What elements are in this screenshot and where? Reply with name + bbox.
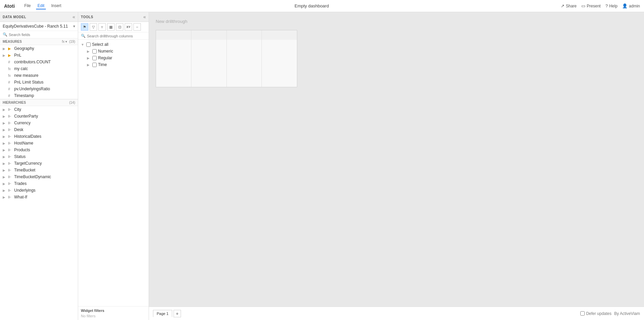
menu-insert[interactable]: Insert <box>50 3 63 9</box>
drillthrough-search-input[interactable] <box>87 34 146 38</box>
share-button[interactable]: ↗ Share <box>561 3 577 8</box>
grid-data-cell <box>227 77 262 87</box>
grid-data-cell <box>156 77 191 87</box>
tool-filter2-btn[interactable]: ▽ <box>90 23 97 31</box>
hierarchy-icon: ⊩ <box>8 141 13 146</box>
expand-icon: ▶ <box>3 108 7 111</box>
hierarchy-item-targetcurrency[interactable]: ▶ ⊩ TargetCurrency <box>0 160 78 167</box>
measure-item-mycalc[interactable]: fx my calc <box>0 65 78 72</box>
tool-xy-btn[interactable]: XY <box>125 23 132 31</box>
search-fields-input[interactable] <box>9 33 75 37</box>
main-content: DATA MODEL « EquityDerivativesCube - Ran… <box>0 12 644 320</box>
menu-edit[interactable]: Edit <box>36 3 46 9</box>
tool-scatter-btn[interactable]: ⊡ <box>116 23 123 31</box>
hierarchy-icon: ⊩ <box>8 182 13 186</box>
select-all-checkbox[interactable] <box>86 42 91 47</box>
tool-remove-btn[interactable]: − <box>133 23 141 31</box>
measure-item-pnl[interactable]: ▶ ▶ PnL <box>0 52 78 59</box>
menu-file[interactable]: File <box>23 3 32 9</box>
page-tab-1[interactable]: Page 1 <box>153 310 172 317</box>
measures-header: MEASURES fx ▾ (19) <box>0 38 78 45</box>
drillthrough-regular-item[interactable]: ▶ Regular <box>78 55 149 61</box>
tools-search-box: 🔍 <box>78 32 149 40</box>
measure-label: PnL Limit Status <box>14 80 43 85</box>
hierarchy-item-counterparty[interactable]: ▶ ⊩ CounterParty <box>0 113 78 120</box>
measure-item-contributors[interactable]: # contributors.COUNT <box>0 59 78 65</box>
measures-list: ▶ ▶ Geography ▶ ▶ PnL # contributors.COU… <box>0 45 78 320</box>
hierarchy-item-historicaldates[interactable]: ▶ ⊩ HistoricalDates <box>0 133 78 140</box>
hierarchy-icon: ⊩ <box>8 195 13 199</box>
fx-icon: fx <box>8 74 13 77</box>
hierarchy-icon: ⊩ <box>8 148 13 152</box>
tool-filter3-btn[interactable]: ▿ <box>98 23 106 31</box>
numeric-checkbox[interactable] <box>92 49 97 54</box>
hierarchy-item-hostname[interactable]: ▶ ⊩ HostName <box>0 140 78 147</box>
hierarchy-item-trades[interactable]: ▶ ⊩ Trades <box>0 180 78 187</box>
grid-data-cell <box>191 77 227 87</box>
data-model-collapse-btn[interactable]: « <box>72 14 75 20</box>
drillthrough-numeric-item[interactable]: ▶ Numeric <box>78 48 149 55</box>
measures-controls: fx ▾ (19) <box>62 40 75 43</box>
measure-label: contributors.COUNT <box>14 60 51 64</box>
measure-label: new measure <box>14 73 38 78</box>
measure-item-geography[interactable]: ▶ ▶ Geography <box>0 45 78 52</box>
topbar: Atoti File Edit Insert Empty dashboard ↗… <box>0 0 644 12</box>
tools-collapse-btn[interactable]: « <box>143 14 146 20</box>
defer-updates-checkbox[interactable] <box>580 311 585 316</box>
expand-icon: ▶ <box>3 135 7 138</box>
fx-badge: fx ▾ <box>62 40 67 43</box>
grid-data-cell <box>227 68 262 77</box>
time-checkbox[interactable] <box>92 63 97 67</box>
left-sidebar: DATA MODEL « EquityDerivativesCube - Ran… <box>0 12 78 320</box>
grid-data-cell <box>191 68 227 77</box>
present-button[interactable]: ▭ Present <box>581 3 601 8</box>
expand-icon: ▶ <box>3 189 7 192</box>
hierarchy-item-currency[interactable]: ▶ ⊩ Currency <box>0 120 78 126</box>
drillthrough-time-item[interactable]: ▶ Time <box>78 61 149 68</box>
select-all-item[interactable]: ▼ Select all <box>78 41 149 48</box>
hierarchy-label: Currency <box>14 121 31 125</box>
cube-selector[interactable]: EquityDerivativesCube - Ranch 5.11 ▾ <box>0 22 78 31</box>
hierarchy-item-underlyings[interactable]: ▶ ⊩ Underlyings <box>0 187 78 194</box>
measure-item-underlyingsratio[interactable]: # pv.UnderlyingsRatio <box>0 86 78 92</box>
tool-columns-btn[interactable]: ▦ <box>107 23 115 31</box>
canvas-main: New drillthrough <box>149 12 644 307</box>
measure-item-newmeasure[interactable]: fx new measure <box>0 72 78 79</box>
tools-header: TOOLS « <box>78 12 149 22</box>
tools-toolbar: ⚑ ▽ ▿ ▦ ⊡ XY − <box>78 22 149 32</box>
regular-checkbox[interactable] <box>92 56 97 60</box>
time-label: Time <box>98 62 107 67</box>
expand-icon: ▶ <box>3 162 7 165</box>
defer-updates-label: Defer updates <box>586 311 611 316</box>
measure-label: my calc <box>14 66 28 71</box>
hierarchy-item-products[interactable]: ▶ ⊩ Products <box>0 147 78 153</box>
grid-data-cell <box>227 40 262 49</box>
grid-header-cell <box>262 30 297 40</box>
expand-icon: ▶ <box>3 195 7 199</box>
help-button[interactable]: ? Help <box>605 3 617 8</box>
measure-item-timestamp[interactable]: # Timestamp <box>0 92 78 99</box>
measure-item-pnllimitstatus[interactable]: # PnL Limit Status <box>0 79 78 86</box>
hierarchy-item-status[interactable]: ▶ ⊩ Status <box>0 153 78 160</box>
widget-filters-title: Widget filters <box>81 309 146 313</box>
drillthrough-label: New drillthrough <box>156 19 637 24</box>
hash-icon: # <box>8 94 13 98</box>
hierarchy-label: Desk <box>14 127 23 132</box>
data-model-title: DATA MODEL <box>3 15 26 19</box>
expand-icon: ▶ <box>3 155 7 159</box>
user-button[interactable]: 👤 admin <box>622 3 640 8</box>
hierarchy-icon: ⊩ <box>8 128 13 132</box>
grid-data-cell <box>262 68 297 77</box>
tool-filter1-btn[interactable]: ⚑ <box>81 23 88 31</box>
hierarchy-item-desk[interactable]: ▶ ⊩ Desk <box>0 126 78 133</box>
hierarchy-item-timebucket[interactable]: ▶ ⊩ TimeBucket <box>0 167 78 173</box>
hierarchy-item-city[interactable]: ▶ ⊩ City <box>0 106 78 113</box>
help-label: Help <box>609 4 618 8</box>
defer-updates-checkbox-label[interactable]: Defer updates <box>580 311 611 316</box>
hierarchy-label: HostName <box>14 141 33 146</box>
hierarchy-item-timebucketdynamic[interactable]: ▶ ⊩ TimeBucketDynamic <box>0 173 78 180</box>
hierarchy-item-whatif[interactable]: ▶ ⊩ What-If <box>0 194 78 200</box>
expand-icon: ▶ <box>3 141 7 145</box>
page-tabs: Page 1 + <box>153 310 181 317</box>
add-page-btn[interactable]: + <box>174 310 181 317</box>
